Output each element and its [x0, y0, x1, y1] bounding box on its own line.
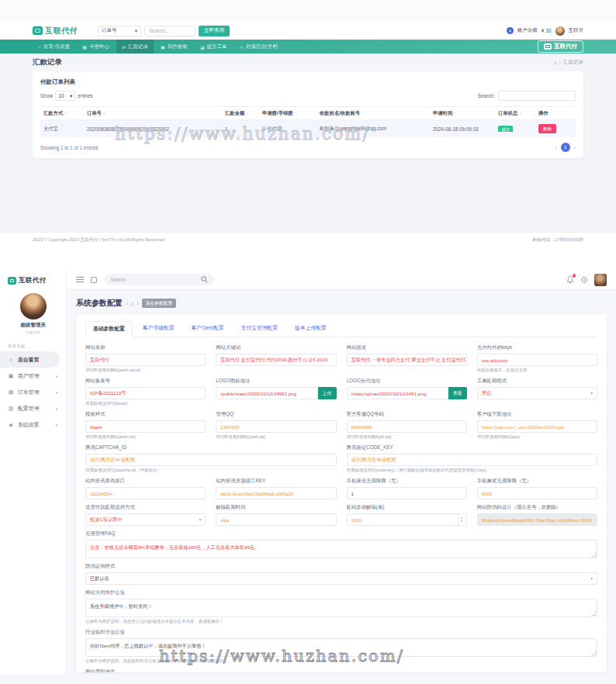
sidebar-item-orders[interactable]: ▤订单管理▸ — [0, 384, 66, 400]
suspension-notice-textarea[interactable]: 你好Oem代理，已上线默认中，请勿超限外平台警告！ — [85, 638, 597, 657]
gear-icon[interactable] — [581, 277, 587, 283]
search-icon — [201, 276, 208, 283]
fullscreen-icon[interactable] — [91, 277, 97, 283]
logo-mirror-input[interactable]: /static/upload/2020/10/12/3451.png — [347, 387, 448, 399]
user-avatar[interactable] — [555, 26, 565, 36]
icp-number-input[interactable]: ICP备2021123号 — [85, 387, 206, 399]
view-button[interactable]: 查看 — [448, 387, 467, 399]
notifications-bell-icon[interactable] — [566, 275, 574, 284]
sidebar: 互联代付 超级管理员 Log out 菜单导航 ⌂后台首页 ▣用户管理▸ ▤订单… — [0, 270, 67, 675]
menu-toggle-icon[interactable] — [76, 277, 84, 282]
template-style-input[interactable]: Apple — [85, 420, 206, 433]
page-length-select[interactable]: 10▾ — [55, 91, 75, 101]
min-recharge-input[interactable]: 1 — [347, 487, 467, 499]
service-qq-input[interactable]: 89825889 — [347, 420, 467, 433]
field-maintenance-notice: 网站关闭维护公告 系统升级维护中，暂时关闭！ 公告即为维护说明，系统停止访问前端… — [85, 589, 597, 624]
field-hint: 填写即使用到网站[app] — [477, 434, 597, 440]
chevron-down-icon: ▾ — [590, 576, 593, 581]
nav-item-cashier[interactable]: ▣四方收银 — [155, 40, 193, 54]
balance-icon: ¥ — [507, 27, 514, 34]
search-input[interactable]: Search... — [144, 26, 196, 36]
stepper-buttons[interactable]: ▴▾ — [458, 514, 462, 525]
release-count-stepper[interactable]: 1600▴▾ — [347, 513, 467, 526]
allowed-keys-input[interactable]: oss.aliyuncs — [477, 354, 597, 366]
col-method[interactable]: 汇款方式↕ — [40, 110, 84, 117]
step-down-icon[interactable]: ▾ — [461, 520, 462, 523]
logo-path-input[interactable]: /public/static/2020/10/12/34581.png — [216, 387, 317, 399]
wallet-logo-icon — [33, 26, 43, 35]
field-label: 网站描述 — [347, 344, 467, 351]
search-submit-button[interactable]: 立即查询 — [199, 26, 230, 36]
col-status[interactable]: 订单状态↕ — [495, 110, 535, 117]
site-keywords-input[interactable]: 互联代付,支付宝代付,代付2019,跑分平台,QX,2019 — [216, 354, 336, 366]
cell-order-no: 2020080808075000590629X93Z9302 — [84, 126, 222, 132]
max-recharge-input[interactable]: 5000 — [477, 487, 597, 499]
col-time[interactable]: 申请时间↕ — [430, 110, 495, 117]
admin-avatar[interactable] — [20, 293, 47, 320]
sidebar-item-home[interactable]: ⌂后台首页 — [0, 351, 60, 368]
cell-method: 支付宝 — [40, 126, 84, 133]
col-fee[interactable]: 申请费/手续费↕ — [259, 110, 317, 117]
ticket-mode-select[interactable]: 开启▾ — [477, 387, 597, 399]
brand-name: 互联代付 — [19, 276, 47, 285]
logout-link[interactable]: Log out — [0, 330, 66, 334]
maintenance-notice-textarea[interactable]: 系统升级维护中，暂时关闭！ — [85, 599, 597, 617]
brand-logo[interactable]: 互联代付 — [33, 26, 78, 36]
tab-alipay-config[interactable]: 支付宝管理配置 — [234, 321, 285, 337]
admin-qq-input[interactable]: 2364355 — [216, 420, 336, 433]
tab-customer-level[interactable]: 客户等级配置 — [136, 321, 182, 337]
delay-mode-select[interactable]: 机滚C实认降中▾ — [85, 513, 206, 526]
username[interactable]: 互联哥 — [569, 27, 584, 34]
field-ticket-mode: 工单延期模式 开启▾ — [477, 378, 597, 406]
nav-item-remittance[interactable]: ⇄汇款记录 — [116, 40, 154, 54]
sidebar-item-config[interactable]: ▥配置管理▸ — [0, 400, 66, 416]
nav-item-cards[interactable]: ▦卡密中心 — [77, 40, 115, 54]
news-api-key-input[interactable]: abc9.9uae39aC/9aff89a9-a9f9a29 — [216, 487, 336, 499]
upload-button[interactable]: 上传 — [318, 387, 337, 399]
transfer-icon: ⇄ — [122, 44, 126, 50]
nav-item-docs[interactable]: ▭对接信息/文档 — [234, 40, 282, 54]
col-amount[interactable]: 汇款金额↕ — [222, 110, 259, 117]
topbar-search-input[interactable]: Search — [104, 274, 214, 285]
document-icon: ▭ — [239, 44, 244, 50]
sidebar-item-users[interactable]: ▣用户管理▸ — [0, 368, 66, 384]
field-news-api: 站内资讯查询接口 1E20#59A — [85, 478, 206, 499]
current-page-button[interactable]: 1 — [561, 143, 570, 152]
tab-version-upload[interactable]: 版本上传配置 — [288, 321, 334, 337]
field-hint: 填写即使用到网站[web.qq] — [216, 434, 336, 440]
col-order-no[interactable]: 订单号↕ — [84, 110, 222, 117]
tab-customer-oem[interactable]: 客户Oem配置 — [185, 321, 231, 337]
field-label: LOGO图标地址 — [216, 378, 336, 385]
release-time-input[interactable]: vips — [216, 513, 336, 526]
site-description-input[interactable]: 互联代付,一家专业四方支付,聚合支付平台,支付宝代付,微信代付,跑分2019,互… — [347, 354, 467, 366]
prev-page-button[interactable]: ‹ — [555, 145, 556, 150]
captcha-id-input[interactable]: 请到'腾讯云'申请配置 — [85, 454, 337, 466]
table-search-input[interactable] — [498, 91, 576, 101]
proof-style-select[interactable]: 已默认值▾ — [85, 572, 597, 585]
client-download-input[interactable]: https://pay.com/_user10/2file/2019.pp2 — [477, 420, 597, 433]
sidebar-brand[interactable]: 互联代付 — [0, 276, 66, 285]
news-api-input[interactable]: 1E20#59A — [85, 487, 206, 499]
home-icon[interactable]: ⌂ — [554, 60, 557, 65]
search-type-select[interactable]: 订单号 ▾ — [98, 26, 141, 36]
brand-name: 互联代付 — [554, 43, 577, 50]
nav-item-ticket[interactable]: ◪提交工单 — [195, 40, 233, 54]
site-name-input[interactable]: 互联代付 — [85, 354, 206, 366]
sidebar-profile: 超级管理员 Log out — [0, 293, 66, 334]
tab-basic-params[interactable]: 基础参数配置 — [85, 321, 133, 337]
balance-label: 账户余额 — [517, 27, 538, 34]
recharge-faq-textarea[interactable]: 注意：在线充值余额需9%手续费等，充值最低100元，人工充值最大单笔99元。 — [85, 540, 597, 558]
col-payee[interactable]: 收款姓名/收款账号↕ — [317, 110, 430, 117]
sidebar-item-system[interactable]: ◈系统设置▸ — [0, 416, 66, 433]
field-label: LOGO反代地址 — [347, 378, 467, 385]
captcha-key-input[interactable]: 请到'腾讯云'申请配置 — [347, 454, 598, 466]
field-label: 行业临时停业公告 — [85, 629, 597, 636]
page-title: 系统参数配置 — [76, 298, 123, 309]
field-label: 网站备案号 — [85, 378, 206, 385]
balance-value: ¥ 30 — [542, 28, 552, 33]
nav-item-dashboard[interactable]: ⌂首页·仪表盘 — [33, 40, 75, 54]
delete-button[interactable]: 删除 — [538, 124, 556, 133]
user-avatar[interactable] — [594, 274, 607, 286]
next-page-button[interactable]: › — [574, 145, 576, 150]
home-icon[interactable]: ⌂ — [131, 301, 134, 306]
